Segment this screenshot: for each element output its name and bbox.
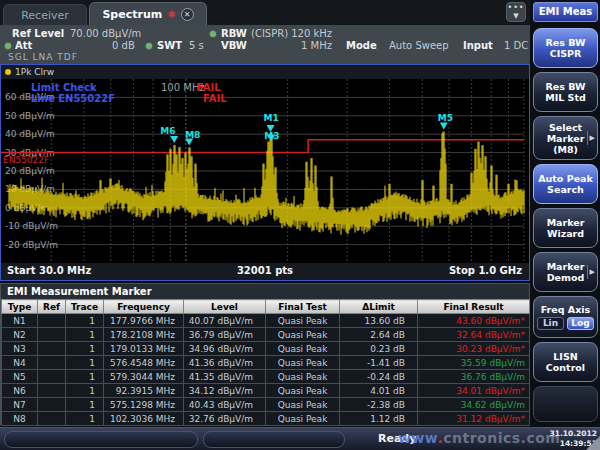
cell-delta-limit: -2.38 dB [340,398,418,412]
emi-analyzer-screen: Receiver Spectrum ✱ ✕ ••• ▼ Ref Level 70… [0,0,600,450]
resize-corner-icon [586,436,600,450]
mode-value[interactable]: Auto Sweep [389,40,449,51]
marker-wizard-button-label: Wizard [534,228,597,239]
lisn-control-button-label: LISN [534,351,597,362]
table-row-n2[interactable]: N21178.2108 MHz36.79 dBµV/mQuasi Peak2.6… [2,328,530,342]
cell-type: N7 [2,398,38,412]
empty-softkey[interactable] [533,386,598,422]
limit-line-tag: EN55022F [3,155,49,165]
table-row-n8[interactable]: N81102.3036 MHz32.76 dBµV/mQuasi Peak1.1… [2,412,530,426]
marker-m8-label: M8 [185,130,200,140]
table-row-n5[interactable]: N51579.3044 MHz41.35 dBµV/mQuasi Peak-0.… [2,370,530,384]
marker-demod-button[interactable]: MarkerDemod▶ [533,252,598,292]
limit-check-label: Limit Check [31,82,97,93]
cell-trace: 1 [66,356,104,370]
svg-text:20 dBµV/m: 20 dBµV/m [5,166,55,176]
table-row-n3[interactable]: N31179.0133 MHz34.96 dBµV/mQuasi Peak0.2… [2,342,530,356]
table-row-n7[interactable]: N71575.1298 MHz40.43 dBµV/mQuasi Peak-2.… [2,398,530,412]
marker-wizard-button[interactable]: MarkerWizard [533,208,598,248]
tab-spectrum-label: Spectrum [102,8,162,21]
res-bw-mil-std-button-label: MIL Std [534,92,597,103]
marker-m6-label: M6 [160,126,175,136]
select-marker-button[interactable]: SelectMarker(M8)▶ [533,116,598,160]
cell-final-result: 34.01 dBµV/m* [418,384,530,398]
cell-trace: 1 [66,412,104,426]
cell-delta-limit: 2.64 dB [340,328,418,342]
cell-ref [38,370,66,384]
col-header-type: Type [2,300,38,314]
vbw-label: VBW [221,40,247,51]
marker-m3-label: M3 [264,131,279,141]
tab-receiver-label: Receiver [21,9,69,22]
rbw-label: RBW [221,28,247,39]
freq-axis-button[interactable]: Freq AxisLinLog [533,296,598,338]
swt-led [146,43,152,49]
cell-final-test: Quasi Peak [266,398,340,412]
cell-delta-limit: -1.41 dB [340,356,418,370]
table-row-n4[interactable]: N41576.4548 MHz41.36 dBµV/mQuasi Peak-1.… [2,356,530,370]
cell-ref [38,412,66,426]
marker-wizard-button-label: Marker [534,217,597,228]
softkey-placeholder-2[interactable] [203,431,345,448]
auto-peak-search-button-label: Auto Peak [534,173,597,184]
lisn-control-button[interactable]: LISNControl [533,342,598,382]
cell-ref [38,384,66,398]
auto-peak-search-button[interactable]: Auto PeakSearch [533,164,598,204]
freq-axis-log-toggle[interactable]: Log [567,317,594,330]
tab-receiver[interactable]: Receiver [3,4,87,25]
cell-final-result: 32.64 dBµV/m* [418,328,530,342]
cell-final-test: Quasi Peak [266,328,340,342]
status-bar: Ready www.cntronics.com 31.10.2012 14:39… [0,427,600,450]
cell-type: N6 [2,384,38,398]
softkey-placeholder-1[interactable] [4,431,198,448]
res-bw-cispr-button[interactable]: Res BWCISPR [533,28,598,68]
cell-type: N4 [2,356,38,370]
cell-ref [38,328,66,342]
trace1-dot-icon [5,69,11,75]
x-axis-bar: Start 30.0 MHz 32001 pts Stop 1.0 GHz [1,263,529,280]
marker-m1-label: M1 [263,113,278,123]
rbw-value[interactable]: (CISPR) 120 kHz [251,28,332,39]
limit-check-result-1: FAIL [197,82,221,93]
cell-frequency: 576.4548 MHz [104,356,184,370]
cell-final-test: Quasi Peak [266,342,340,356]
table-row-n6[interactable]: N6192.3915 MHz34.12 dBµV/mQuasi Peak4.01… [2,384,530,398]
cell-final-result: 31.12 dBµV/m* [418,412,530,426]
res-bw-mil-std-button[interactable]: Res BWMIL Std [533,72,598,112]
limit-line-name-label: Line EN55022F [31,93,115,104]
cell-delta-limit: 13.60 dB [340,314,418,328]
cell-final-test: Quasi Peak [266,384,340,398]
res-bw-mil-std-button-label: Res BW [534,81,597,92]
cell-type: N2 [2,328,38,342]
svg-text:50 dBµV/m: 50 dBµV/m [5,111,55,121]
tab-close-icon[interactable]: ✕ [181,8,194,21]
trace1-label: 1Pk Clrw [15,67,54,77]
cell-level: 41.35 dBµV/m [184,370,266,384]
settings-header: Ref Level 70.00 dBµV/m RBW (CISPR) 120 k… [0,25,530,64]
display-menu-button[interactable]: ••• ▼ [506,2,526,22]
cell-trace: 1 [66,384,104,398]
cell-trace: 1 [66,342,104,356]
cell-type: N3 [2,342,38,356]
rbw-led [210,31,216,37]
cell-final-result: 34.62 dBµV/m [418,398,530,412]
mode-label: Mode [346,40,377,51]
input-value[interactable]: 1 DC [504,40,528,51]
att-value[interactable]: 0 dB [112,40,135,51]
cell-final-result: 30.23 dBµV/m* [418,342,530,356]
cell-level: 40.43 dBµV/m [184,398,266,412]
vbw-value[interactable]: 1 MHz [301,40,332,51]
cell-delta-limit: 0.23 dB [340,342,418,356]
svg-text:-10 dBµV/m: -10 dBµV/m [5,221,58,231]
input-label: Input [463,40,493,51]
cell-delta-limit: 4.01 dB [340,384,418,398]
freq-axis-lin-toggle[interactable]: Lin [537,317,564,330]
ref-level-value[interactable]: 70.00 dBµV/m [70,28,141,39]
spectrum-chart: 60 dBµV/m50 dBµV/m40 dBµV/m30 dBµV/m20 d… [1,79,529,263]
swt-value[interactable]: 5 s [189,40,204,51]
tab-spectrum[interactable]: Spectrum ✱ ✕ [89,2,207,25]
cell-ref [38,356,66,370]
table-row-n1[interactable]: N11177.9766 MHz40.07 dBµV/mQuasi Peak13.… [2,314,530,328]
cell-final-result: 43.60 dBµV/m* [418,314,530,328]
freq-axis-button-label: Freq Axis [534,304,597,315]
